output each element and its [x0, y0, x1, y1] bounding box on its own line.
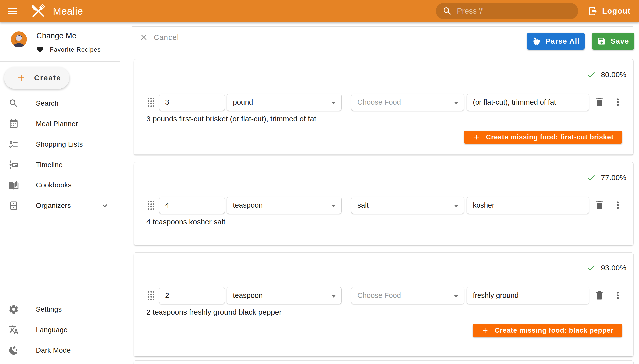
kebab-menu-icon[interactable]	[612, 97, 623, 108]
magnify-icon	[9, 98, 19, 109]
kebab-menu-icon[interactable]	[612, 290, 623, 301]
check-icon	[586, 70, 596, 79]
unit-value: pound	[233, 98, 253, 106]
drag-handle-icon[interactable]	[147, 291, 154, 300]
sidebar-item-label: Organizers	[36, 202, 71, 210]
quantity-input[interactable]	[159, 287, 225, 304]
app-title: Mealie	[53, 6, 83, 17]
check-icon	[586, 263, 596, 272]
main-content: Cancel Parse All Save 80.00% pound Choos…	[120, 22, 639, 364]
food-placeholder: Choose Food	[357, 98, 401, 106]
parse-all-label: Parse All	[546, 37, 580, 46]
quantity-input[interactable]	[159, 197, 225, 214]
create-label: Create	[34, 74, 61, 82]
food-select[interactable]: salt	[351, 197, 464, 214]
favorite-recipes-link[interactable]: Favorite Recipes	[37, 46, 101, 53]
create-missing-food-label: Create missing food: black pepper	[495, 326, 613, 334]
unit-select[interactable]: teaspoon	[227, 287, 342, 304]
sidebar-item-dark-mode[interactable]: Dark Mode	[0, 340, 120, 360]
original-ingredient-text: 4 teaspoons kosher salt	[146, 218, 226, 226]
original-ingredient-text: 3 pounds first-cut brisket (or flat-cut)…	[146, 115, 316, 123]
moon-icon	[9, 345, 19, 356]
create-button[interactable]: Create	[4, 67, 69, 89]
heart-icon	[37, 46, 44, 53]
save-button[interactable]: Save	[592, 33, 634, 50]
drag-handle-icon[interactable]	[147, 98, 154, 107]
avatar[interactable]	[11, 32, 27, 47]
logout-button[interactable]: Logout	[588, 6, 630, 16]
parse-all-button[interactable]: Parse All	[527, 33, 585, 50]
favorite-recipes-label: Favorite Recipes	[50, 46, 101, 53]
create-missing-food-button[interactable]: Create missing food: black pepper	[473, 324, 622, 337]
unit-select[interactable]: teaspoon	[227, 197, 342, 214]
sidebar-item-search[interactable]: Search	[0, 93, 120, 114]
apple-icon	[532, 37, 541, 46]
sidebar-item-label: Meal Planner	[36, 120, 78, 128]
delete-icon[interactable]	[594, 290, 605, 301]
sidebar-item-label: Dark Mode	[36, 346, 71, 354]
original-ingredient-text: 2 teaspoons freshly ground black pepper	[146, 308, 282, 316]
sidebar-item-cookbooks[interactable]: Cookbooks	[0, 175, 120, 196]
quantity-input[interactable]	[159, 94, 225, 111]
app-bar: Mealie Logout	[0, 0, 639, 22]
translate-icon	[9, 324, 19, 335]
ingredient-card-partial	[134, 360, 633, 364]
dropdown-arrow-icon	[331, 295, 336, 298]
cancel-button[interactable]: Cancel	[139, 33, 179, 42]
plus-icon	[481, 326, 489, 334]
dropdown-arrow-icon	[454, 295, 458, 298]
scrolled-card-edge	[132, 26, 632, 27]
food-placeholder: Choose Food	[357, 292, 401, 300]
save-icon	[597, 37, 606, 46]
logout-icon	[588, 6, 598, 16]
search-bar[interactable]	[436, 3, 578, 20]
delete-icon[interactable]	[594, 200, 605, 211]
create-missing-food-label: Create missing food: first-cut brisket	[486, 134, 613, 141]
plus-icon	[16, 72, 27, 83]
check-icon	[586, 173, 596, 182]
gear-icon	[9, 304, 19, 315]
sidebar-item-organizers[interactable]: Organizers	[0, 196, 120, 216]
delete-icon[interactable]	[594, 97, 605, 108]
confidence-value: 80.00%	[601, 70, 626, 79]
cabinet-icon	[9, 200, 19, 211]
unit-select[interactable]: pound	[227, 94, 342, 111]
sidebar-item-shopping-lists[interactable]: Shopping Lists	[0, 134, 120, 154]
timeline-icon	[9, 160, 19, 170]
cancel-label: Cancel	[154, 34, 179, 42]
ingredient-card: 93.00% teaspoon Choose Food 2 teaspoons …	[134, 252, 633, 356]
sidebar-item-label: Cookbooks	[36, 181, 72, 189]
drag-handle-icon[interactable]	[147, 201, 154, 210]
note-input[interactable]	[467, 287, 589, 304]
menu-icon[interactable]	[7, 5, 19, 17]
unit-value: teaspoon	[233, 292, 263, 300]
parse-confidence: 80.00%	[586, 70, 626, 79]
dropdown-arrow-icon	[454, 102, 458, 104]
search-input[interactable]	[457, 7, 562, 16]
sidebar-divider	[0, 61, 120, 62]
mealie-logo-icon	[29, 2, 47, 20]
food-select[interactable]: Choose Food	[351, 94, 464, 111]
note-input[interactable]	[467, 94, 589, 111]
sidebar-item-label: Settings	[36, 306, 62, 314]
parse-confidence: 77.00%	[586, 173, 626, 182]
ingredient-card: 80.00% pound Choose Food 3 pounds first-…	[134, 59, 633, 154]
kebab-menu-icon[interactable]	[612, 200, 623, 211]
sidebar-item-timeline[interactable]: Timeline	[0, 154, 120, 175]
sidebar-item-label: Search	[36, 100, 59, 108]
confidence-value: 77.00%	[601, 173, 626, 182]
sidebar-item-settings[interactable]: Settings	[0, 299, 120, 320]
book-open-icon	[9, 180, 19, 190]
close-icon	[139, 33, 148, 42]
chevron-down-icon[interactable]	[100, 201, 110, 210]
calendar-icon	[9, 119, 19, 129]
sidebar-item-meal-planner[interactable]: Meal Planner	[0, 114, 120, 134]
dropdown-arrow-icon	[331, 102, 336, 104]
note-input[interactable]	[467, 197, 589, 214]
food-select[interactable]: Choose Food	[351, 287, 464, 304]
sidebar-item-language[interactable]: Language	[0, 320, 120, 340]
confidence-value: 93.00%	[601, 264, 626, 272]
create-missing-food-button[interactable]: Create missing food: first-cut brisket	[464, 131, 622, 144]
unit-value: teaspoon	[233, 201, 263, 210]
sidebar-item-label: Language	[36, 326, 68, 334]
